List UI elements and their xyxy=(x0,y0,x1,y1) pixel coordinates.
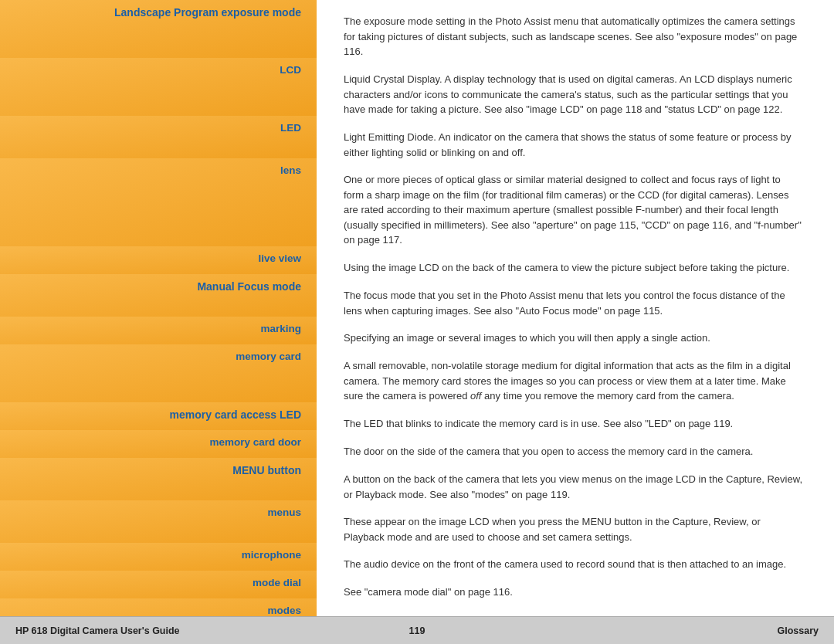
def-text-10: A button on the back of the camera that … xyxy=(344,472,803,502)
term-cell-4: live view xyxy=(0,246,317,274)
def-cell-2: Light Emitting Diode. An indicator on th… xyxy=(332,124,819,166)
term-cell-7: memory card xyxy=(0,344,317,402)
def-cell-4: Using the image LCD on the back of the c… xyxy=(332,254,819,282)
term-label-3: lens xyxy=(280,164,301,176)
term-cell-12: microphone xyxy=(0,543,317,571)
def-text-5: The focus mode that you set in the Photo… xyxy=(344,288,803,318)
def-text-13: See "camera mode dial" on page 116. xyxy=(344,585,513,600)
def-text-4: Using the image LCD on the back of the c… xyxy=(344,260,789,276)
term-label-7: memory card xyxy=(236,351,301,362)
term-cell-14: modes xyxy=(0,598,317,616)
def-text-0: The exposure mode setting in the Photo A… xyxy=(344,14,803,59)
def-cell-7: A small removable, non-volatile storage … xyxy=(332,352,819,410)
footer-right: Glossary xyxy=(777,625,819,636)
term-label-5: Manual Focus mode xyxy=(197,280,301,293)
term-cell-1: LCD xyxy=(0,58,317,116)
def-text-3: One or more pieces of optical glass or s… xyxy=(344,172,803,248)
term-cell-11: menus xyxy=(0,500,317,543)
def-text-8: The LED that blinks to indicate the memo… xyxy=(344,416,733,432)
def-cell-13: See "camera mode dial" on page 116. xyxy=(332,578,819,606)
main-content: Landscape Program exposure modeLCDLEDlen… xyxy=(0,0,834,616)
term-cell-3: lens xyxy=(0,158,317,246)
term-cell-8: memory card access LED xyxy=(0,402,317,430)
footer: HP 618 Digital Camera User's Guide 119 G… xyxy=(0,616,834,644)
def-cell-6: Specifying an image or several images to… xyxy=(332,324,819,352)
def-text-7: A small removable, non-volatile storage … xyxy=(344,358,803,404)
term-cell-13: mode dial xyxy=(0,571,317,598)
term-label-0: Landscape Program exposure mode xyxy=(114,6,301,19)
def-cell-11: These appear on the image LCD when you p… xyxy=(332,508,819,551)
def-cell-14: These set the way the camera functions. … xyxy=(332,606,819,616)
term-cell-9: memory card door xyxy=(0,430,317,458)
page-container: Landscape Program exposure modeLCDLEDlen… xyxy=(0,0,834,644)
def-cell-12: The audio device on the front of the cam… xyxy=(332,551,819,578)
left-column: Landscape Program exposure modeLCDLEDlen… xyxy=(0,0,317,616)
def-cell-0: The exposure mode setting in the Photo A… xyxy=(332,8,819,66)
def-cell-1: Liquid Crystal Display. A display techno… xyxy=(332,66,819,124)
term-label-10: MENU button xyxy=(232,464,301,476)
def-text-9: The door on the side of the camera that … xyxy=(344,444,753,459)
def-text-12: The audio device on the front of the cam… xyxy=(344,557,786,572)
term-label-6: marking xyxy=(260,323,301,334)
term-label-4: live view xyxy=(258,253,301,264)
term-cell-6: marking xyxy=(0,317,317,344)
term-cell-5: Manual Focus mode xyxy=(0,274,317,317)
def-text-11: These appear on the image LCD when you p… xyxy=(344,514,803,544)
term-cell-0: Landscape Program exposure mode xyxy=(0,0,317,58)
def-cell-5: The focus mode that you set in the Photo… xyxy=(332,282,819,324)
term-cell-2: LED xyxy=(0,116,317,158)
footer-center: 119 xyxy=(409,625,425,636)
right-column: The exposure mode setting in the Photo A… xyxy=(317,0,834,616)
def-text-1: Liquid Crystal Display. A display techno… xyxy=(344,72,803,117)
term-label-1: LCD xyxy=(280,64,301,76)
term-label-14: modes xyxy=(267,605,301,616)
def-cell-10: A button on the back of the camera that … xyxy=(332,466,819,508)
term-label-2: LED xyxy=(280,122,301,134)
def-cell-3: One or more pieces of optical glass or s… xyxy=(332,166,819,254)
term-label-12: microphone xyxy=(242,549,301,561)
term-label-9: memory card door xyxy=(209,436,301,448)
def-text-6: Specifying an image or several images to… xyxy=(344,330,710,346)
def-text-2: Light Emitting Diode. An indicator on th… xyxy=(344,130,803,160)
footer-left: HP 618 Digital Camera User's Guide xyxy=(15,625,180,636)
term-label-13: mode dial xyxy=(253,577,301,588)
def-cell-9: The door on the side of the camera that … xyxy=(332,438,819,466)
def-cell-8: The LED that blinks to indicate the memo… xyxy=(332,410,819,438)
term-label-8: memory card access LED xyxy=(170,408,301,421)
term-label-11: menus xyxy=(267,507,301,518)
term-cell-10: MENU button xyxy=(0,458,317,500)
